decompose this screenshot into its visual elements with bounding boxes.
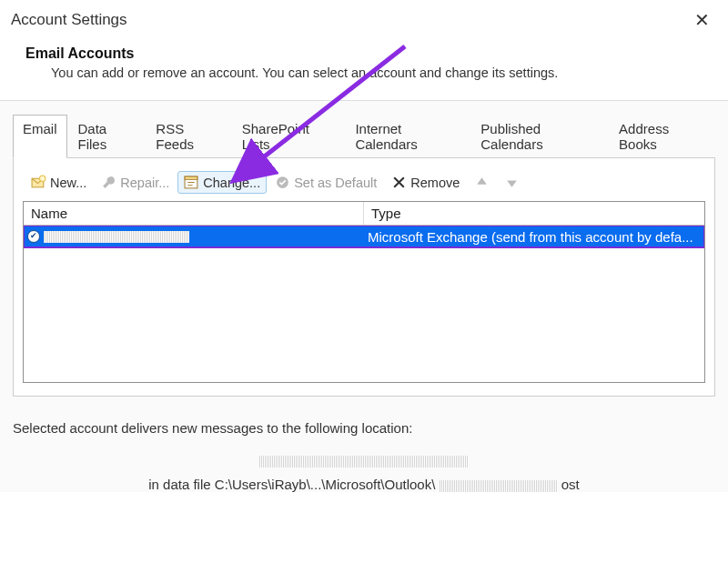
tab-internet-calendars[interactable]: Internet Calendars <box>345 115 470 158</box>
redacted-account-name <box>44 231 189 243</box>
set-default-icon <box>275 175 290 190</box>
tab-published-calendars[interactable]: Published Calendars <box>470 115 608 158</box>
remove-button[interactable]: Remove <box>385 171 466 194</box>
tab-data-files[interactable]: Data Files <box>68 115 146 158</box>
toolbar: New... Repair... Change... Set as Defaul… <box>23 167 705 201</box>
footer-section: Selected account delivers new messages t… <box>0 397 728 492</box>
tab-rss-feeds[interactable]: RSS Feeds <box>146 115 230 158</box>
change-icon <box>184 175 199 190</box>
redacted-filename <box>440 480 558 492</box>
title-bar: Account Settings ✕ <box>0 0 728 40</box>
column-name[interactable]: Name <box>24 202 364 225</box>
footer-path-suffix: ost <box>561 477 580 492</box>
set-default-button[interactable]: Set as Default <box>268 171 383 194</box>
header-title: Email Accounts <box>25 45 703 62</box>
change-button[interactable]: Change... <box>177 171 267 194</box>
header-description: You can add or remove an account. You ca… <box>51 65 703 80</box>
tab-panel-email: New... Repair... Change... Set as Defaul… <box>13 158 715 397</box>
move-down-button[interactable] <box>498 171 526 194</box>
table-row[interactable]: Microsoft Exchange (send from this accou… <box>24 226 704 247</box>
svg-point-1 <box>40 176 46 181</box>
tab-address-books[interactable]: Address Books <box>609 115 714 158</box>
header-section: Email Accounts You can add or remove an … <box>0 40 728 96</box>
svg-rect-3 <box>185 176 197 179</box>
tab-sharepoint-lists[interactable]: SharePoint Lists <box>232 115 345 158</box>
new-button[interactable]: New... <box>25 171 93 194</box>
redacted-location-name <box>259 456 469 467</box>
footer-path-prefix: in data file C:\Users\iRayb\...\Microsof… <box>148 477 435 492</box>
table-body: Microsoft Exchange (send from this accou… <box>24 226 704 382</box>
footer-path: in data file C:\Users\iRayb\...\Microsof… <box>13 477 715 492</box>
change-label: Change... <box>203 176 260 190</box>
column-type[interactable]: Type <box>364 202 704 225</box>
remove-label: Remove <box>410 176 460 190</box>
accounts-table: Name Type Microsoft Exchange (send from … <box>23 201 705 383</box>
tab-strip: Email Data Files RSS Feeds SharePoint Li… <box>13 114 715 158</box>
close-icon[interactable]: ✕ <box>687 7 717 33</box>
new-label: New... <box>50 176 86 190</box>
footer-description: Selected account delivers new messages t… <box>13 420 715 436</box>
repair-icon <box>101 175 116 190</box>
repair-button[interactable]: Repair... <box>95 171 176 194</box>
new-icon <box>31 175 46 190</box>
cell-name <box>24 230 364 243</box>
table-header: Name Type <box>24 202 704 226</box>
cell-type: Microsoft Exchange (send from this accou… <box>364 229 704 245</box>
remove-icon <box>391 175 407 190</box>
default-check-icon <box>27 230 40 243</box>
move-up-button[interactable] <box>468 171 496 194</box>
tab-email[interactable]: Email <box>13 115 67 158</box>
repair-label: Repair... <box>120 176 169 190</box>
arrow-down-icon <box>504 175 520 190</box>
set-default-label: Set as Default <box>294 176 377 190</box>
window-title: Account Settings <box>11 11 127 29</box>
arrow-up-icon <box>474 175 490 190</box>
content-area: Email Data Files RSS Feeds SharePoint Li… <box>0 101 728 397</box>
